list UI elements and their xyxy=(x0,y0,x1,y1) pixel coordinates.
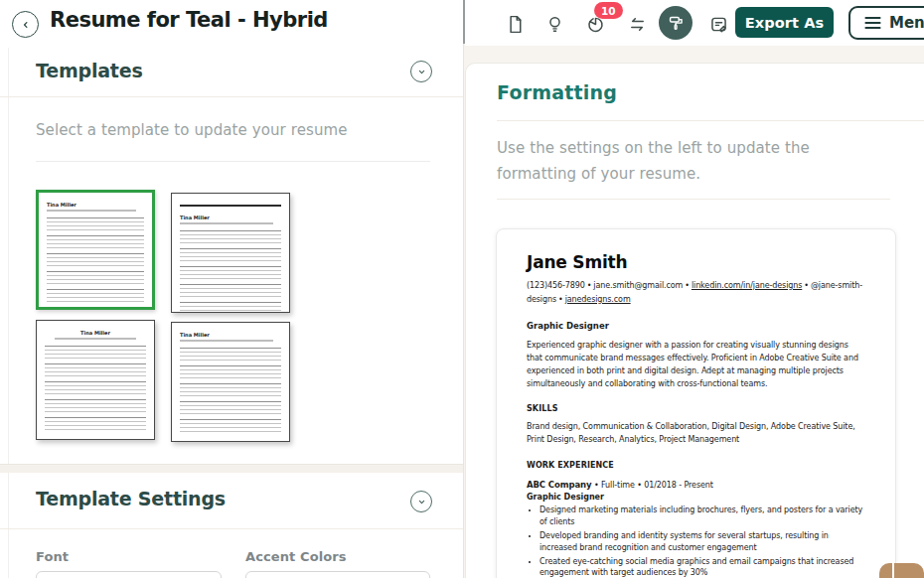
templates-section-title: Templates xyxy=(36,60,143,81)
separator: • xyxy=(558,295,563,304)
lightbulb-icon xyxy=(544,14,565,35)
widget-stripe xyxy=(892,563,894,578)
thumbnail-name: Tina Miller xyxy=(45,330,146,336)
resume-skills: Brand design, Communication & Collaborat… xyxy=(527,421,865,447)
resume-contact-line: (123)456-7890•jane.smith@gmail.com•linke… xyxy=(527,279,865,306)
resume-name: Jane Smith xyxy=(527,252,865,272)
thumbnail-preview-line xyxy=(55,338,136,340)
notes-tool-button[interactable] xyxy=(705,11,731,37)
panel-separator xyxy=(463,44,464,578)
page-title: Resume for Teal - Hybrid xyxy=(50,8,328,32)
resume-preview: Jane Smith (123)456-7890•jane.smith@gmai… xyxy=(496,228,896,578)
thumbnail-name: Tina Miller xyxy=(180,332,281,338)
resume-skills-header: SKILLS xyxy=(527,404,865,413)
resume-website-link[interactable]: janedesigns.com xyxy=(565,295,631,304)
menu-button[interactable]: Menu xyxy=(848,6,924,40)
thumbnail-preview-body xyxy=(180,230,281,313)
compare-tool-button[interactable] xyxy=(624,11,650,37)
toolbar: 10 Export As Menu xyxy=(465,0,924,46)
resume-work-header: WORK EXPERIENCE xyxy=(527,461,865,470)
separator: • xyxy=(587,281,592,290)
template-thumbnail[interactable]: Tina Miller xyxy=(171,193,290,313)
resume-bullet-list: Designed marketing materials including b… xyxy=(527,505,865,578)
thumbnail-preview-body xyxy=(47,217,144,303)
resume-job-title: Graphic Designer xyxy=(527,493,865,502)
note-pencil-icon xyxy=(708,14,729,35)
resume-summary: Experienced graphic designer with a pass… xyxy=(527,340,865,390)
resume-email: jane.smith@gmail.com xyxy=(593,281,683,290)
score-badge: 10 xyxy=(594,2,623,19)
resume-role-title: Graphic Designer xyxy=(527,321,865,331)
templates-collapse-button[interactable] xyxy=(410,61,432,82)
thumbnail-name: Tina Miller xyxy=(47,202,144,208)
back-button[interactable] xyxy=(12,11,39,38)
export-as-button[interactable]: Export As xyxy=(735,7,834,38)
thumbnail-name: Tina Miller xyxy=(180,215,281,220)
chevron-down-icon xyxy=(415,66,428,78)
template-settings-collapse-button[interactable] xyxy=(410,491,432,512)
divider xyxy=(0,96,463,97)
divider xyxy=(0,528,463,529)
hamburger-icon xyxy=(864,16,881,30)
floating-widget[interactable] xyxy=(879,563,924,578)
paint-roller-icon xyxy=(667,14,686,33)
resume-linkedin-link[interactable]: linkedin.com/in/jane-designs xyxy=(692,281,802,290)
separator: • xyxy=(685,281,690,290)
thumbnail-preview-line xyxy=(180,222,273,224)
thumbnail-rule xyxy=(180,205,281,207)
divider xyxy=(36,161,430,162)
chevron-left-icon xyxy=(19,18,33,32)
accent-colors-label: Accent Colors xyxy=(245,549,347,564)
thumbnail-preview-line xyxy=(47,210,136,212)
formatting-panel: 10 Export As Menu Formatting Use the set… xyxy=(463,0,924,578)
resume-company-line: ABC Company • Full-time • 01/2018 - Pres… xyxy=(527,480,865,490)
template-settings-title: Template Settings xyxy=(36,488,226,509)
menu-label: Menu xyxy=(889,14,924,32)
compare-arrows-icon xyxy=(627,14,648,35)
resume-job-meta: • Full-time • 01/2018 - Present xyxy=(594,481,713,490)
accent-colors-select[interactable] xyxy=(245,571,430,578)
resume-phone: (123)456-7890 xyxy=(527,281,585,290)
resume-bullet: Developed branding and identity systems … xyxy=(539,530,865,552)
formatting-title: Formatting xyxy=(497,81,617,103)
resume-job: ABC Company • Full-time • 01/2018 - Pres… xyxy=(527,480,865,578)
font-label: Font xyxy=(36,549,69,564)
separator: • xyxy=(804,281,809,290)
divider xyxy=(497,199,890,200)
formatting-description: Use the settings on the left to update t… xyxy=(497,135,890,188)
thumbnail-preview-body xyxy=(45,346,146,431)
section-separator xyxy=(0,464,463,473)
thumbnail-preview-body xyxy=(180,348,281,433)
template-thumbnail-selected[interactable]: Tina Miller xyxy=(36,190,155,310)
resume-bullet: Designed marketing materials including b… xyxy=(539,505,865,526)
templates-subtitle: Select a template to update your resume xyxy=(36,121,348,139)
document-icon xyxy=(505,14,526,35)
template-thumbnail[interactable]: Tina Miller xyxy=(171,322,290,442)
formatting-card: Formatting Use the settings on the left … xyxy=(465,63,924,578)
document-tool-button[interactable] xyxy=(502,11,528,37)
chevron-down-icon xyxy=(415,496,428,508)
resume-bullet: Created eye-catching social media graphi… xyxy=(539,556,865,578)
templates-panel: Resume for Teal - Hybrid Templates Selec… xyxy=(0,0,463,578)
template-thumbnail[interactable]: Tina Miller xyxy=(36,320,155,440)
divider xyxy=(497,120,924,121)
panel-hairline xyxy=(8,48,9,578)
thumbnail-preview-line xyxy=(180,340,273,342)
font-select[interactable] xyxy=(36,571,222,578)
resume-company: ABC Company xyxy=(527,480,592,490)
design-tool-button-active[interactable] xyxy=(659,6,693,40)
ideas-tool-button[interactable] xyxy=(541,11,567,37)
